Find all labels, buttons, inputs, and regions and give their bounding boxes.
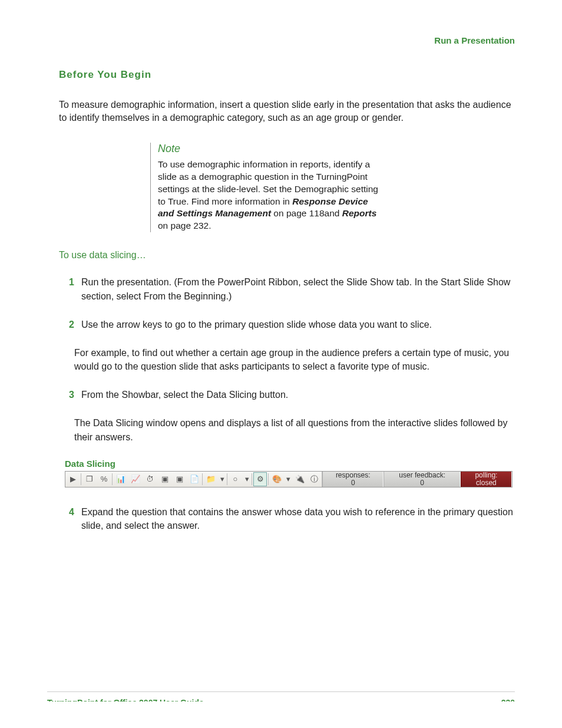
subheading-to-use-data-slicing: To use data slicing… (59, 250, 515, 261)
step-number: 4 (59, 505, 81, 532)
page-icon[interactable]: 📄 (187, 472, 201, 486)
step-text: Run the presentation. (From the PowerPoi… (81, 275, 515, 302)
dropdown-icon[interactable]: ▾ (219, 472, 226, 486)
page-footer: TurningPoint for Office 2007 User Guide … (47, 691, 515, 701)
percent-icon[interactable]: % (97, 472, 111, 486)
step-3: 3 From the Showbar, select the Data Slic… (59, 388, 515, 401)
note-text-mid: on page 118and (271, 208, 342, 218)
chart-icon[interactable]: 📊 (114, 472, 127, 486)
feedback-label: user feedback: (389, 472, 455, 479)
step-number: 1 (59, 275, 81, 302)
separator (227, 473, 227, 485)
feedback-cell: user feedback: 0 (384, 472, 460, 487)
step-3-continued: The Data Slicing window opens and displa… (74, 416, 515, 443)
step-2: 2 Use the arrow keys to go to the primar… (59, 318, 515, 331)
separator (268, 473, 269, 485)
dropdown-icon[interactable]: ▾ (285, 472, 292, 486)
data-slicing-icon[interactable]: ⚙ (253, 472, 267, 486)
note-title: Note (158, 143, 382, 155)
step-text: From the Showbar, select the Data Slicin… (81, 388, 515, 401)
intro-paragraph: To measure demographic information, inse… (59, 98, 515, 125)
timer-icon[interactable]: ⏱ (143, 472, 157, 486)
slide2-icon[interactable]: ▣ (173, 472, 186, 486)
responses-cell: responses: 0 (322, 472, 384, 487)
circle-icon[interactable]: ○ (229, 472, 242, 486)
dropdown-icon[interactable]: ▾ (243, 472, 250, 486)
slide-icon[interactable]: ▣ (158, 472, 171, 486)
responses-label: responses: (328, 472, 378, 479)
polling-cell: polling: closed (461, 472, 512, 487)
step-4: 4 Expand the question that contains the … (59, 505, 515, 532)
palette-icon[interactable]: 🎨 (270, 472, 283, 486)
polling-label: polling: (466, 472, 507, 479)
footer-page: 230 (501, 698, 515, 701)
feedback-value: 0 (389, 479, 455, 487)
toolbar-status: responses: 0 user feedback: 0 polling: c… (322, 472, 512, 487)
step-number: 2 (59, 318, 81, 331)
note-text-post: on page 232. (158, 220, 211, 230)
toolbar-buttons: ▶ ❐ % 📊 📈 ⏱ ▣ ▣ 📄 📁 ▾ ○ ▾ ⚙ 🎨 ▾ 🔌 ⓘ (65, 472, 322, 487)
info-icon[interactable]: ⓘ (308, 472, 321, 486)
folder-icon[interactable]: 📁 (204, 472, 217, 486)
polling-value: closed (466, 479, 507, 487)
footer-title: TurningPoint for Office 2007 User Guide (47, 698, 204, 701)
graph-icon[interactable]: 📈 (128, 472, 142, 486)
separator (202, 473, 203, 485)
play-icon[interactable]: ▶ (66, 472, 80, 486)
section-header: Run a Presentation (59, 35, 515, 45)
showbar-toolbar: ▶ ❐ % 📊 📈 ⏱ ▣ ▣ 📄 📁 ▾ ○ ▾ ⚙ 🎨 ▾ 🔌 ⓘ (65, 471, 513, 487)
separator (81, 473, 81, 485)
separator (252, 473, 252, 485)
note-bold-2: Reports (342, 208, 377, 218)
note-block: Note To use demographic information in r… (150, 143, 382, 233)
separator (112, 473, 113, 485)
step-text: Use the arrow keys to go to the primary … (81, 318, 515, 331)
step-text: Expand the question that contains the an… (81, 505, 515, 532)
connect-icon[interactable]: 🔌 (293, 472, 306, 486)
figure-caption: Data Slicing (65, 459, 515, 469)
step-number: 3 (59, 388, 81, 401)
responses-value: 0 (328, 479, 378, 487)
step-1: 1 Run the presentation. (From the PowerP… (59, 275, 515, 302)
expand-icon[interactable]: ❐ (82, 472, 96, 486)
note-body: To use demographic information in report… (158, 159, 382, 233)
step-2-continued: For example, to find out whether a certa… (74, 346, 515, 373)
heading-before-you-begin: Before You Begin (59, 69, 515, 81)
